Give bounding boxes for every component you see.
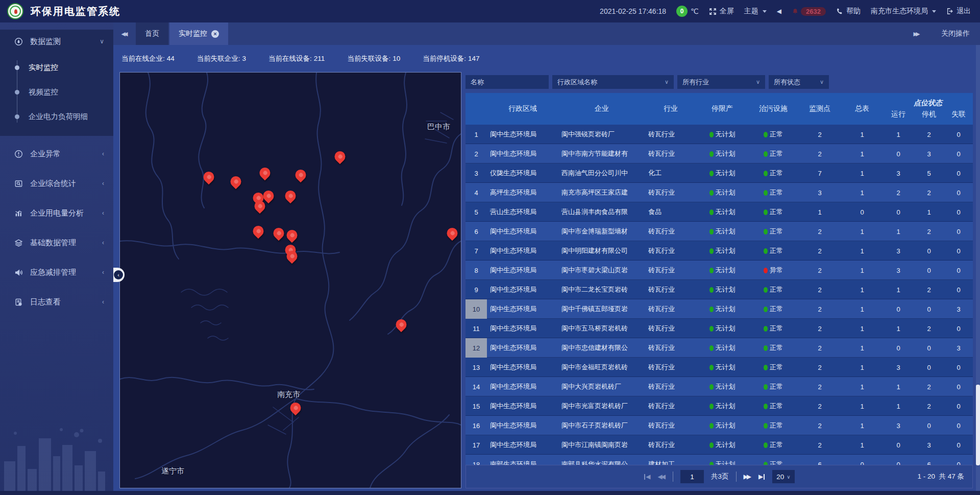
- tab-实时监控[interactable]: 实时监控×: [169, 22, 228, 45]
- table-row[interactable]: 9阆中生态环境局阆中市二龙长宝页岩砖砖瓦行业无计划正常21120: [465, 280, 973, 299]
- region-select[interactable]: 行政区域名称 ∨: [552, 75, 674, 89]
- next-page-button[interactable]: ▶▶: [744, 473, 751, 480]
- name-search-input[interactable]: [465, 75, 549, 89]
- status-cell: 无计划: [696, 202, 748, 222]
- sidebar-item-6[interactable]: 日志查看‹: [0, 290, 113, 314]
- table-row[interactable]: 11阆中生态环境局阆中市五马桥页岩机砖砖瓦行业无计划正常21120: [465, 319, 973, 338]
- status-cell: 无计划: [696, 338, 748, 358]
- cell-rownum: 16: [465, 416, 487, 435]
- table-row[interactable]: 10阆中生态环境局阆中千佛镇五郎垭页岩砖瓦行业无计划正常21003: [465, 299, 973, 319]
- cell-industry: 砖瓦行业: [645, 241, 696, 261]
- cell-meter: 1: [841, 125, 883, 144]
- map[interactable]: 巴中市南充市遂宁市: [119, 72, 461, 488]
- cell-stop: 2: [914, 319, 944, 338]
- table-row[interactable]: 14阆中生态环境局阆中大兴页岩机砖厂砖瓦行业无计划正常21120: [465, 377, 973, 396]
- cell-offline: 0: [944, 319, 973, 338]
- cell-stop: 0: [914, 241, 944, 261]
- cell-region: 营山生态环境局: [487, 202, 558, 222]
- table-row[interactable]: 5营山生态环境局营山县润丰肉食品有限食品无计划正常10010: [465, 202, 973, 222]
- status-cell: 正常: [748, 222, 798, 241]
- table-row[interactable]: 17阆中生态环境局阆中市江南镇阆南页岩砖瓦行业无计划正常21030: [465, 435, 973, 455]
- cell-rownum: 3: [465, 163, 487, 183]
- sidebar-item-0[interactable]: 数据监测∨: [0, 30, 113, 53]
- first-page-button[interactable]: ◀: [644, 473, 650, 480]
- status-text: 正常: [770, 149, 783, 158]
- tabs-scroll-right-button[interactable]: ▶▶: [905, 31, 928, 37]
- table-row[interactable]: 7阆中生态环境局阆中明阳建材有限公司砖瓦行业无计划正常21300: [465, 241, 973, 261]
- cell-offline: 0: [944, 222, 973, 241]
- sidebar-item-4[interactable]: 基础数据管理‹: [0, 231, 113, 254]
- sidebar-item-1[interactable]: 企业异常‹: [0, 142, 113, 166]
- green-dot-icon: [764, 190, 768, 196]
- tab-首页[interactable]: 首页: [136, 22, 168, 45]
- cell-meter: 0: [841, 455, 883, 465]
- sidebar-subitem-1[interactable]: 视频监控: [0, 80, 113, 104]
- tab-close-icon[interactable]: ×: [211, 30, 219, 38]
- table-row[interactable]: 2阆中生态环境局阆中市南方节能建材有砖瓦行业无计划正常21030: [465, 144, 973, 163]
- prev-page-button[interactable]: ◀◀: [658, 473, 666, 480]
- sidebar-item-3[interactable]: 企业用电量分析‹: [0, 201, 113, 225]
- cell-enterprise: 南充市高坪区王家店建: [558, 183, 645, 202]
- pagination-summary: 1 - 20 共 47 条: [917, 472, 964, 481]
- table-row[interactable]: 13阆中生态环境局阆中市金福旺页岩机砖砖瓦行业无计划正常21300: [465, 358, 973, 377]
- red-dot-icon: [764, 268, 768, 273]
- cell-offline: 0: [944, 125, 973, 144]
- org-dropdown[interactable]: 南充市生态环境局: [871, 7, 936, 16]
- table-row[interactable]: 8阆中生态环境局阆中市枣碧大梁山页岩砖瓦行业无计划异常21300: [465, 261, 973, 280]
- cell-enterprise: 阆中强锐页岩砖厂: [558, 125, 645, 144]
- table-row[interactable]: 15阆中生态环境局阆中市光富页岩机砖厂砖瓦行业无计划正常21120: [465, 396, 973, 416]
- status-cell: 无计划: [696, 261, 748, 280]
- cell-points: 2: [798, 435, 841, 455]
- table-row[interactable]: 4高坪生态环境局南充市高坪区王家店建砖瓦行业无计划正常31220: [465, 183, 973, 202]
- scrollbar-thumb[interactable]: [976, 385, 980, 465]
- status-text: 正常: [770, 304, 783, 314]
- cell-rownum: 9: [465, 280, 487, 299]
- cell-enterprise: 阆中千佛镇五郎垭页岩: [558, 299, 645, 319]
- status-cell: 无计划: [696, 241, 748, 261]
- cell-meter: 1: [841, 144, 883, 163]
- cell-meter: 1: [841, 416, 883, 435]
- app-title: 环保用电监管系统: [31, 5, 120, 18]
- sidebar-subitem-0[interactable]: 实时监控: [0, 55, 113, 80]
- table-row[interactable]: 6阆中生态环境局阆中市金博瑞新型墙材砖瓦行业无计划正常21120: [465, 222, 973, 241]
- status-text: 异常: [770, 266, 783, 275]
- page-size-select[interactable]: 20 ∨: [772, 470, 794, 483]
- tabs-scroll-left-button[interactable]: ◀◀: [113, 22, 136, 45]
- cell-rownum: 1: [465, 125, 487, 144]
- cell-meter: 1: [841, 299, 883, 319]
- main-content: 当前在线企业:44当前失联企业:3当前在线设备:211当前失联设备:10当前停机…: [113, 45, 980, 495]
- table-row[interactable]: 3仪陇生态环境局西南油气田分公司川中化工无计划正常71350: [465, 163, 973, 183]
- page-number-input[interactable]: 1: [680, 470, 704, 483]
- fullscreen-button[interactable]: 全屏: [709, 7, 734, 16]
- status-cell: 正常: [748, 202, 798, 222]
- theme-dropdown[interactable]: 主题: [744, 7, 767, 16]
- table-row[interactable]: 18南部生态环境局南部县科华水泥有限公建材加工无计划正常60060: [465, 455, 973, 465]
- announcement-toggle[interactable]: ◀: [777, 8, 781, 15]
- status-cell: 正常: [748, 435, 798, 455]
- cell-meter: 1: [841, 163, 883, 183]
- industry-select[interactable]: 所有行业 ∨: [677, 75, 765, 89]
- table-row[interactable]: 1阆中生态环境局阆中强锐页岩砖厂砖瓦行业无计划正常21120: [465, 125, 973, 144]
- table-row[interactable]: 16阆中生态环境局阆中市石子页岩机砖厂砖瓦行业无计划正常21300: [465, 416, 973, 435]
- enterprise-alert-icon: [13, 150, 23, 158]
- status-cell: 正常: [748, 358, 798, 377]
- cell-run: 0: [883, 144, 914, 163]
- cell-region: 阆中生态环境局: [487, 241, 558, 261]
- sidebar-item-2[interactable]: 企业综合统计‹: [0, 172, 113, 195]
- sidebar-item-5[interactable]: 应急减排管理‹: [0, 261, 113, 284]
- cell-points: 2: [798, 319, 841, 338]
- cell-region: 阆中生态环境局: [487, 280, 558, 299]
- close-operations-button[interactable]: 关闭操作: [941, 29, 970, 38]
- table-row[interactable]: 12阆中生态环境局阆中市忠信建材有限公砖瓦行业无计划正常21003: [465, 338, 973, 358]
- last-page-button[interactable]: ▶: [758, 473, 765, 480]
- status-select[interactable]: 所有状态 ∨: [769, 75, 829, 89]
- cell-points: 2: [798, 416, 841, 435]
- logout-button[interactable]: 退出: [946, 7, 971, 16]
- cell-region: 仪陇生态环境局: [487, 163, 558, 183]
- temperature: 0 ℃: [676, 6, 699, 17]
- help-button[interactable]: 帮助: [836, 7, 861, 16]
- sidebar-subitem-2[interactable]: 企业电力负荷明细: [0, 104, 113, 129]
- status-cell: 无计划: [696, 416, 748, 435]
- log-view-icon: [13, 298, 23, 307]
- notification-button[interactable]: 2632: [792, 7, 826, 16]
